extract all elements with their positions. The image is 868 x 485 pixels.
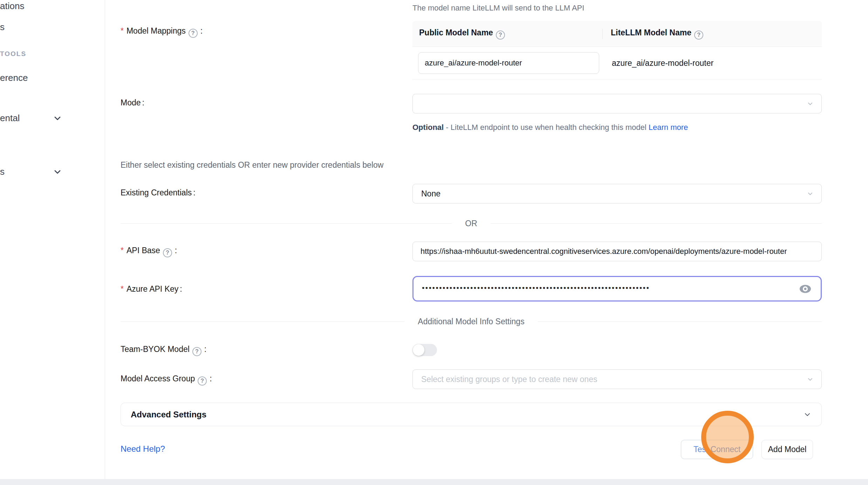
- api-base-label: *API Base?:: [121, 246, 177, 257]
- sidebar-item-organizations[interactable]: ations: [0, 1, 24, 12]
- add-model-button[interactable]: Add Model: [761, 440, 813, 459]
- team-byok-toggle[interactable]: [412, 344, 437, 356]
- add-model-page: ations s TOOLS erence ental s The model …: [0, 0, 868, 485]
- chevron-down-icon: [807, 190, 814, 197]
- litellm-model-name-helper: The model name LiteLLM will send to the …: [412, 4, 584, 13]
- help-icon[interactable]: ?: [163, 248, 172, 257]
- mode-helper-text: Optional - LiteLLM endpoint to use when …: [412, 120, 697, 134]
- help-icon[interactable]: ?: [192, 347, 201, 356]
- help-icon[interactable]: ?: [198, 376, 207, 386]
- model-mappings-table: Public Model Name? LiteLLM Model Name? a…: [412, 21, 822, 79]
- sidebar-section-tools: TOOLS: [0, 50, 26, 58]
- required-asterisk: *: [121, 284, 124, 293]
- required-asterisk: *: [121, 26, 124, 35]
- litellm-model-name-value: azure_ai/azure-model-router: [602, 58, 822, 68]
- model-access-group-select[interactable]: Select existing groups or type to create…: [412, 369, 822, 389]
- masked-api-key: ••••••••••••••••••••••••••••••••••••••••…: [422, 284, 798, 292]
- chevron-down-icon: [803, 410, 812, 419]
- test-connect-button[interactable]: Test Connect: [681, 440, 753, 459]
- public-model-name-input[interactable]: [418, 52, 599, 74]
- help-icon[interactable]: ?: [694, 30, 703, 40]
- page-background-strip: [0, 479, 868, 485]
- or-divider: OR: [121, 219, 822, 228]
- table-row: azure_ai/azure-model-router: [412, 47, 822, 79]
- sidebar-item-settings[interactable]: s: [0, 166, 5, 177]
- eye-icon[interactable]: [798, 282, 812, 296]
- required-asterisk: *: [121, 246, 124, 255]
- sidebar-item-api-reference[interactable]: erence: [0, 72, 28, 83]
- model-mappings-label: *Model Mappings?:: [121, 26, 203, 38]
- additional-model-info-divider: Additional Model Info Settings: [121, 317, 822, 326]
- advanced-settings-panel[interactable]: Advanced Settings: [121, 403, 822, 426]
- add-model-form: The model name LiteLLM will send to the …: [105, 0, 868, 479]
- azure-api-key-input[interactable]: ••••••••••••••••••••••••••••••••••••••••…: [412, 276, 822, 302]
- chevron-down-icon[interactable]: [53, 167, 62, 177]
- help-icon[interactable]: ?: [189, 29, 198, 38]
- sidebar-item-users[interactable]: s: [0, 22, 5, 33]
- existing-credentials-label: Existing Credentials:: [121, 188, 196, 198]
- team-byok-label: Team-BYOK Model?:: [121, 345, 206, 356]
- sidebar: ations s TOOLS erence ental s: [0, 0, 105, 479]
- credentials-note: Either select existing credentials OR en…: [121, 160, 383, 170]
- mode-select[interactable]: [412, 94, 822, 113]
- existing-credentials-value: None: [421, 189, 440, 199]
- existing-credentials-select[interactable]: None: [412, 184, 822, 203]
- model-access-group-label: Model Access Group?:: [121, 374, 212, 386]
- chevron-down-icon: [807, 376, 814, 383]
- litellm-model-name-header: LiteLLM Model Name?: [602, 28, 822, 40]
- toggle-knob: [413, 344, 424, 356]
- advanced-settings-title: Advanced Settings: [131, 410, 803, 420]
- mode-label: Mode:: [121, 98, 144, 108]
- chevron-down-icon: [807, 100, 814, 107]
- azure-api-key-label: *Azure API Key:: [121, 284, 182, 294]
- api-base-input[interactable]: [412, 242, 822, 261]
- model-access-group-placeholder: Select existing groups or type to create…: [421, 375, 597, 384]
- public-model-name-header: Public Model Name?: [412, 28, 602, 40]
- table-header-row: Public Model Name? LiteLLM Model Name?: [412, 21, 822, 47]
- help-icon[interactable]: ?: [496, 30, 505, 40]
- sidebar-item-experimental[interactable]: ental: [0, 113, 20, 124]
- column-divider: [602, 29, 603, 39]
- learn-more-link[interactable]: Learn more: [649, 123, 688, 132]
- need-help-link[interactable]: Need Help?: [121, 444, 165, 454]
- chevron-down-icon[interactable]: [53, 113, 62, 123]
